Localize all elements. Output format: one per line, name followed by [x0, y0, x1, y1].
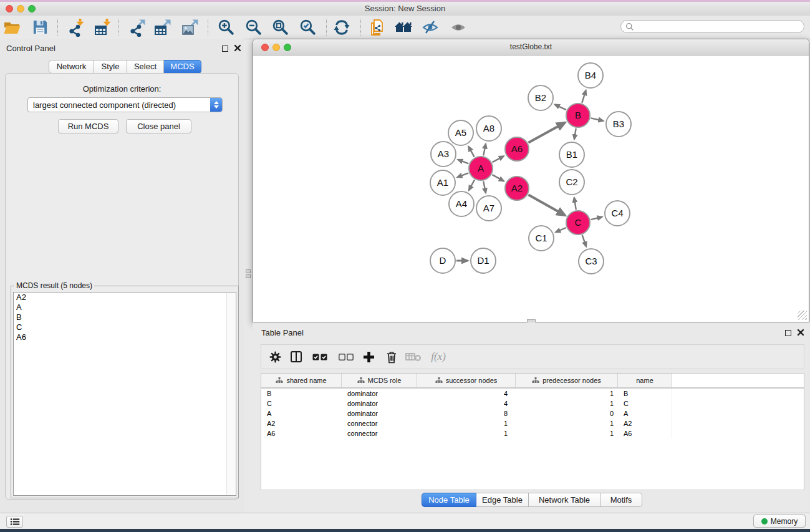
search-input[interactable]: [637, 21, 799, 32]
zoom-fit-button[interactable]: [269, 17, 291, 37]
refresh-view-button[interactable]: [330, 17, 353, 37]
export-image-button[interactable]: [179, 17, 201, 37]
close-button[interactable]: [6, 5, 13, 12]
graph-edge-A-A7[interactable]: [483, 181, 486, 193]
export-network-button[interactable]: [126, 17, 148, 37]
cell-shared-name[interactable]: A6: [261, 428, 342, 438]
show-graphics-button[interactable]: [447, 17, 470, 37]
list-item[interactable]: A: [14, 302, 236, 312]
home-button[interactable]: [392, 17, 415, 37]
cell-name[interactable]: B: [618, 389, 672, 399]
create-column-button[interactable]: [359, 347, 378, 366]
show-column-panel-button[interactable]: [286, 347, 306, 366]
resize-grip[interactable]: [798, 311, 807, 320]
close-button[interactable]: [261, 44, 269, 51]
cell-mcds-role[interactable]: connector: [342, 428, 417, 438]
export-table-button[interactable]: [152, 17, 174, 37]
graph-edge-A-A8[interactable]: [483, 143, 486, 155]
hide-graphics-button[interactable]: [419, 17, 441, 37]
column-header-predecessor-nodes[interactable]: predecessor nodes: [516, 374, 618, 387]
zoom-selected-button[interactable]: [296, 17, 319, 37]
network-window-titlebar[interactable]: testGlobe.txt: [253, 39, 809, 56]
close-panel-action-button[interactable]: Close panel: [126, 119, 191, 133]
network-graph[interactable]: B4B2BB3A8A5A6A3B1AA1C2A2A4A7C4CC1C3DD1: [253, 56, 809, 322]
table-row[interactable]: A dominator 8 0 A: [261, 409, 804, 418]
float-panel-button[interactable]: [784, 329, 793, 337]
table-settings-button[interactable]: [265, 347, 285, 366]
close-panel-button[interactable]: [796, 329, 805, 337]
cell-predecessor-nodes[interactable]: 1: [516, 389, 618, 399]
network-view[interactable]: B4B2BB3A8A5A6A3B1AA1C2A2A4A7C4CC1C3DD1: [253, 56, 809, 322]
graph-edge-B-B1[interactable]: [574, 128, 576, 140]
tab-motifs[interactable]: Motifs: [600, 493, 642, 507]
cell-mcds-role[interactable]: dominator: [342, 389, 417, 399]
cell-name[interactable]: C: [618, 399, 672, 409]
zoom-window-button[interactable]: [284, 44, 291, 51]
cell-successor-nodes[interactable]: 1: [417, 428, 516, 438]
split-pane-handle[interactable]: [246, 268, 251, 278]
table-row[interactable]: A2 connector 1 1 A2: [261, 418, 804, 428]
cell-shared-name[interactable]: B: [261, 389, 342, 399]
column-header-name[interactable]: name: [618, 374, 672, 387]
open-session-button[interactable]: [1, 17, 23, 37]
cell-name[interactable]: A2: [618, 418, 672, 428]
graph-edge-B-B3[interactable]: [591, 118, 604, 120]
cell-successor-nodes[interactable]: 4: [417, 399, 516, 409]
function-builder-button[interactable]: f(x): [426, 347, 451, 366]
graph-edge-B-B2[interactable]: [555, 105, 566, 110]
list-item[interactable]: A2: [14, 293, 236, 302]
tab-style[interactable]: Style: [94, 60, 127, 74]
cell-mcds-role[interactable]: dominator: [342, 399, 417, 409]
column-header-mcds-role[interactable]: MCDS role: [342, 374, 417, 387]
cell-shared-name[interactable]: C: [261, 399, 342, 409]
cell-shared-name[interactable]: A2: [261, 418, 342, 428]
graph-edge-C-C1[interactable]: [556, 228, 566, 232]
list-item[interactable]: C: [14, 322, 236, 332]
select-all-columns-button[interactable]: [310, 347, 330, 366]
tab-select[interactable]: Select: [127, 60, 164, 74]
minimize-button[interactable]: [272, 44, 280, 51]
import-network-button[interactable]: [65, 17, 87, 37]
graph-edge-A6-B[interactable]: [528, 123, 565, 143]
graph-edge-A-A1[interactable]: [457, 173, 468, 177]
delete-table-button[interactable]: [403, 347, 423, 366]
column-header-shared-name[interactable]: shared name: [261, 374, 342, 387]
zoom-in-button[interactable]: [215, 17, 237, 37]
tab-edge-table[interactable]: Edge Table: [476, 493, 529, 507]
list-item[interactable]: B: [14, 312, 236, 322]
zoom-out-button[interactable]: [242, 17, 264, 37]
cell-successor-nodes[interactable]: 8: [417, 409, 516, 418]
table-row[interactable]: C dominator 4 1 C: [261, 399, 804, 409]
float-panel-button[interactable]: [221, 44, 229, 53]
tab-node-table[interactable]: Node Table: [422, 493, 476, 507]
tab-network-table[interactable]: Network Table: [529, 493, 600, 507]
cell-predecessor-nodes[interactable]: 0: [516, 409, 618, 418]
graph-edge-A-A5[interactable]: [468, 147, 474, 157]
cell-name[interactable]: A: [618, 409, 672, 418]
column-header-successor-nodes[interactable]: successor nodes: [417, 374, 516, 387]
delete-column-button[interactable]: [382, 347, 402, 366]
memory-button[interactable]: Memory: [753, 515, 806, 528]
cell-successor-nodes[interactable]: 1: [417, 418, 516, 428]
cell-predecessor-nodes[interactable]: 1: [516, 399, 618, 409]
graph-edge-A-A2[interactable]: [492, 175, 504, 181]
deselect-all-columns-button[interactable]: [336, 347, 356, 366]
save-session-button[interactable]: [29, 17, 51, 37]
import-table-button[interactable]: [92, 17, 114, 37]
cell-successor-nodes[interactable]: 4: [417, 389, 516, 399]
cell-mcds-role[interactable]: connector: [342, 418, 417, 428]
run-mcds-button[interactable]: Run MCDS: [58, 119, 118, 133]
graph-edge-A-A4[interactable]: [469, 180, 475, 190]
graph-edge-A2-C[interactable]: [528, 195, 565, 215]
criterion-dropdown[interactable]: largest connected component (directed): [27, 97, 223, 112]
cell-predecessor-nodes[interactable]: 1: [516, 428, 618, 438]
graph-edge-C-C4[interactable]: [591, 217, 602, 220]
task-history-button[interactable]: [6, 516, 23, 528]
scrollbar-track[interactable]: [226, 293, 235, 495]
cell-mcds-role[interactable]: dominator: [342, 409, 417, 418]
graph-edge-A-A6[interactable]: [493, 156, 504, 162]
tab-mcds[interactable]: MCDS: [164, 60, 201, 74]
cell-name[interactable]: A6: [618, 428, 672, 438]
minimize-button[interactable]: [17, 5, 24, 12]
cell-predecessor-nodes[interactable]: 1: [516, 418, 618, 428]
